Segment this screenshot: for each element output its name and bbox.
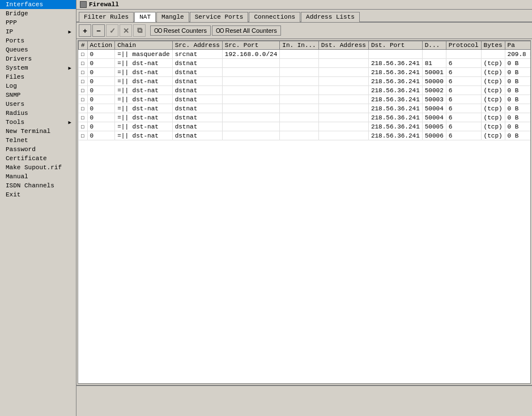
sidebar-item-exit[interactable]: Exit — [0, 190, 76, 199]
d-cell: 6 — [446, 104, 481, 113]
sidebar-item-isdn-channels[interactable]: ISDN Channels — [0, 181, 76, 190]
src-port-cell — [280, 131, 318, 140]
arrow-icon: ▶ — [69, 65, 71, 71]
action-cell: =|| dst-nat — [115, 77, 172, 86]
col-header-bytes: Bytes — [481, 41, 505, 50]
nat-table-area[interactable]: #ActionChainSrc. AddressSrc. PortIn. In.… — [78, 40, 531, 384]
sidebar-item-bridge[interactable]: Bridge — [0, 9, 76, 18]
col-header-d---: D... — [422, 41, 446, 50]
col-header--: # — [79, 41, 88, 50]
sidebar-item-radius[interactable]: Radius — [0, 109, 76, 118]
table-row[interactable]: ☐0=|| dst-natdstnat218.56.36.241500036(t… — [79, 95, 531, 104]
sidebar-item-password[interactable]: Password — [0, 145, 76, 154]
reset-counters-label: Reset Counters — [164, 27, 207, 34]
tab-nat[interactable]: NAT — [134, 12, 156, 22]
in-int-cell — [318, 59, 368, 68]
flag-cell: ☐ — [79, 50, 88, 59]
tab-service-ports[interactable]: Service Ports — [190, 12, 249, 22]
bytes-cell: 0 B — [505, 77, 531, 86]
dst-address-cell: 218.56.36.241 — [368, 131, 422, 140]
dst-port-cell: 50000 — [422, 77, 446, 86]
sidebar-item-label: System — [6, 65, 28, 71]
sidebar-item-queues[interactable]: Queues — [0, 45, 76, 54]
sidebar-item-certificate[interactable]: Certificate — [0, 154, 76, 163]
col-header-action: Action — [87, 41, 115, 50]
tab-filter-rules[interactable]: Filter Rules — [79, 12, 134, 22]
sidebar-item-files[interactable]: Files — [0, 72, 76, 82]
tab-address-lists[interactable]: Address Lists — [301, 12, 360, 22]
protocol-cell — [481, 50, 505, 59]
table-row[interactable]: ☐0=|| dst-natdstnat218.56.36.241500046(t… — [79, 113, 531, 122]
action-cell: =|| dst-nat — [115, 68, 172, 77]
sidebar-item-log[interactable]: Log — [0, 82, 76, 91]
sidebar-item-make-supout.rif[interactable]: Make Supout.rif — [0, 163, 76, 172]
sidebar-item-manual[interactable]: Manual — [0, 172, 76, 181]
bytes-cell: 0 B — [505, 86, 531, 95]
sidebar-item-label: Drivers — [6, 55, 32, 62]
sidebar-item-interfaces[interactable]: Interfaces — [0, 0, 76, 9]
table-row[interactable]: ☐0=|| dst-natdstnat218.56.36.241500066(t… — [79, 131, 531, 140]
table-row[interactable]: ☐0=|| dst-natdstnat218.56.36.241500026(t… — [79, 86, 531, 95]
sidebar-item-snmp[interactable]: SNMP — [0, 91, 76, 100]
tab-mangle[interactable]: Mangle — [156, 12, 189, 22]
check-button[interactable]: ✓ — [106, 24, 118, 37]
tab-connections[interactable]: Connections — [249, 12, 300, 22]
sidebar-item-ports[interactable]: Ports — [0, 36, 76, 45]
col-header-pa: Pa — [505, 41, 531, 50]
sidebar-item-users[interactable]: Users — [0, 100, 76, 109]
chain-cell: dstnat — [172, 131, 222, 140]
table-row[interactable]: ☐0=|| masqueradesrcnat192.168.0.0/24209.… — [79, 50, 531, 59]
src-port-cell — [280, 86, 318, 95]
chain-cell: dstnat — [172, 68, 222, 77]
src-port-cell — [280, 77, 318, 86]
protocol-cell: (tcp) — [481, 86, 505, 95]
num-cell: 0 — [87, 122, 115, 131]
flag-cell: ☐ — [79, 86, 88, 95]
dst-address-cell: 218.56.36.241 — [368, 86, 422, 95]
table-row[interactable]: ☐0=|| dst-natdstnat218.56.36.241500016(t… — [79, 68, 531, 77]
in-int-cell — [318, 104, 368, 113]
remove-button[interactable]: − — [92, 24, 105, 37]
sidebar-item-label: Log — [6, 83, 17, 89]
sidebar-item-system[interactable]: System▶ — [0, 63, 76, 72]
table-row[interactable]: ☐0=|| dst-natdstnat218.56.36.241500056(t… — [79, 122, 531, 131]
table-row[interactable]: ☐0=|| dst-natdstnat218.56.36.241500046(t… — [79, 104, 531, 113]
num-cell: 0 — [87, 113, 115, 122]
table-row[interactable]: ☐0=|| dst-natdstnat218.56.36.241816(tcp)… — [79, 59, 531, 68]
in-int-cell — [318, 122, 368, 131]
d-cell: 6 — [446, 68, 481, 77]
protocol-cell: (tcp) — [481, 68, 505, 77]
window-icon — [80, 1, 87, 8]
cross-button[interactable]: ✕ — [120, 24, 132, 37]
copy-button[interactable]: ⧉ — [133, 24, 146, 37]
sidebar-item-telnet[interactable]: Telnet — [0, 136, 76, 145]
num-cell: 0 — [87, 68, 115, 77]
flag-cell: ☐ — [79, 122, 88, 131]
bytes-cell: 0 B — [505, 59, 531, 68]
table-body: ☐0=|| masqueradesrcnat192.168.0.0/24209.… — [79, 50, 531, 140]
table-row[interactable]: ☐0=|| dst-natdstnat218.56.36.241500006(t… — [79, 77, 531, 86]
reset-counters-button[interactable]: OO Reset Counters — [150, 25, 211, 36]
sidebar-item-label: SNMP — [6, 92, 20, 98]
col-header-dst--port: Dst. Port — [368, 41, 422, 50]
reset-all-counters-button[interactable]: OO Reset All Counters — [212, 25, 281, 36]
sidebar-item-label: Certificate — [6, 155, 47, 162]
col-header-chain: Chain — [115, 41, 172, 50]
tab-bar: Filter RulesNATMangleService PortsConnec… — [76, 10, 532, 23]
sidebar-item-new-terminal[interactable]: New Terminal — [0, 127, 76, 136]
action-cell: =|| masquerade — [115, 50, 172, 59]
flag-cell: ☐ — [79, 68, 88, 77]
protocol-cell: (tcp) — [481, 104, 505, 113]
chain-cell: dstnat — [172, 95, 222, 104]
add-button[interactable]: + — [79, 24, 91, 37]
chain-cell: dstnat — [172, 122, 222, 131]
sidebar-item-ip[interactable]: IP▶ — [0, 27, 76, 36]
chain-cell: dstnat — [172, 113, 222, 122]
src-port-cell — [280, 122, 318, 131]
sidebar-item-label: IP — [6, 28, 13, 35]
sidebar-item-ppp[interactable]: PPP — [0, 18, 76, 27]
sidebar-item-drivers[interactable]: Drivers — [0, 54, 76, 63]
sidebar-item-tools[interactable]: Tools▶ — [0, 118, 76, 127]
sidebar-item-label: Radius — [6, 110, 28, 117]
bytes-cell: 0 B — [505, 131, 531, 140]
